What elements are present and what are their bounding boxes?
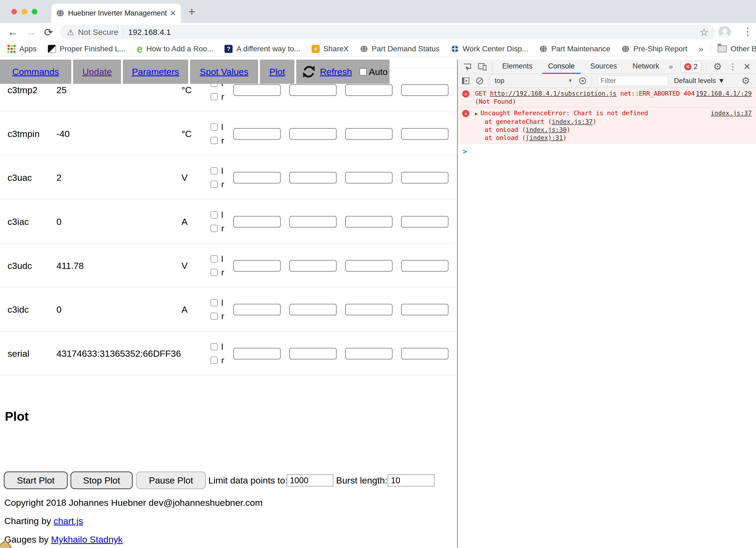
gauge-min-input[interactable] — [233, 348, 281, 359]
gauge-min-input[interactable] — [233, 304, 281, 315]
gauge-max-input[interactable] — [289, 216, 337, 228]
raw-checkbox[interactable] — [211, 269, 218, 276]
burst-length-input[interactable] — [388, 474, 434, 486]
gauge-low-input[interactable] — [345, 260, 393, 272]
browser-tab[interactable]: Huebner Inverter Management ✕ — [51, 3, 181, 23]
gauge-high-input[interactable] — [401, 128, 448, 140]
request-url-link[interactable]: http://192.168.4.1/subscription.js — [490, 90, 616, 97]
stack-location-link[interactable]: index.js:30 — [526, 126, 566, 133]
raw-checkbox[interactable] — [211, 312, 218, 320]
inspect-element-icon[interactable] — [463, 62, 472, 71]
gauge-high-input[interactable] — [401, 260, 448, 272]
gauge-min-input[interactable] — [233, 216, 281, 228]
log-checkbox[interactable] — [211, 211, 218, 219]
start-plot-button[interactable]: Start Plot — [4, 471, 68, 489]
raw-checkbox[interactable] — [211, 225, 218, 232]
address-bar[interactable]: ⚠ Not Secure 192.168.4.1 ☆ — [60, 25, 715, 40]
tab-sources[interactable]: Sources — [584, 60, 623, 74]
bookmark-item[interactable]: # ShareX — [312, 45, 348, 53]
clear-console-icon[interactable] — [476, 77, 483, 84]
gauge-low-input[interactable] — [345, 172, 393, 184]
gauge-low-input[interactable] — [345, 128, 393, 140]
devtools-menu-icon[interactable]: ⋮ — [728, 62, 737, 72]
url-text[interactable]: 192.168.4.1 — [128, 28, 700, 37]
gauge-low-input[interactable] — [345, 304, 393, 315]
close-window-button[interactable] — [11, 9, 17, 15]
tab-console[interactable]: Console — [542, 60, 581, 74]
nav-link-update[interactable]: Update — [82, 67, 112, 77]
stop-plot-button[interactable]: Stop Plot — [70, 471, 133, 489]
gauge-max-input[interactable] — [289, 84, 337, 96]
limit-data-points-input[interactable] — [287, 474, 333, 486]
tab-close-icon[interactable]: ✕ — [170, 9, 176, 18]
source-location-link[interactable]: 192.168.4.1/:29 — [696, 90, 752, 98]
minimize-window-button[interactable] — [22, 9, 27, 15]
devtools-close-icon[interactable]: ✕ — [743, 62, 751, 72]
log-levels-dropdown[interactable]: Default levels ▼ — [674, 77, 725, 85]
gauge-max-input[interactable] — [289, 128, 337, 140]
refresh-link[interactable]: Refresh — [320, 67, 352, 77]
console-filter-input[interactable] — [598, 76, 668, 86]
bookmark-item[interactable]: Proper Finished L... — [48, 45, 125, 53]
browser-menu-icon[interactable]: ⋮ — [743, 26, 753, 37]
console-error-message[interactable]: ✕ ▶Uncaught ReferenceError: Chart is not… — [458, 108, 756, 144]
stack-location-link[interactable]: (index):31 — [526, 134, 563, 141]
gauge-max-input[interactable] — [289, 304, 337, 315]
reload-icon[interactable]: ⟳ — [44, 26, 53, 38]
console-sidebar-icon[interactable] — [462, 77, 470, 85]
back-icon[interactable]: ← — [8, 26, 18, 38]
log-checkbox[interactable] — [211, 343, 218, 350]
gauge-high-input[interactable] — [401, 348, 448, 359]
nav-link-parameters[interactable]: Parameters — [132, 67, 179, 77]
raw-checkbox[interactable] — [211, 181, 218, 188]
chartjs-link[interactable]: chart.js — [54, 516, 83, 526]
raw-checkbox[interactable] — [211, 93, 218, 100]
bookmark-item[interactable]: Work Center Disp... — [451, 45, 528, 53]
gauge-low-input[interactable] — [345, 216, 393, 228]
console-settings-gear-icon[interactable]: ⚙ — [741, 75, 750, 87]
console-prompt-chevron[interactable]: > — [458, 144, 756, 156]
gauge-min-input[interactable] — [233, 172, 281, 184]
log-checkbox[interactable] — [211, 299, 218, 306]
gauge-low-input[interactable] — [345, 348, 393, 359]
apps-shortcut[interactable]: Apps — [8, 45, 37, 53]
gauge-min-input[interactable] — [233, 84, 281, 96]
gauge-high-input[interactable] — [401, 172, 448, 184]
gauge-max-input[interactable] — [289, 172, 337, 184]
tab-elements[interactable]: Elements — [496, 60, 539, 74]
execution-context-selector[interactable]: top ▼ — [495, 77, 573, 85]
bookmark-item[interactable]: Part Demand Status — [360, 45, 440, 53]
gauge-low-input[interactable] — [345, 84, 393, 96]
bookmarks-overflow-chevron-icon[interactable]: » — [699, 44, 704, 54]
gauge-min-input[interactable] — [233, 260, 281, 272]
nav-link-spot-values[interactable]: Spot Values — [200, 67, 248, 77]
tab-network[interactable]: Network — [627, 60, 665, 74]
not-secure-warning-icon[interactable]: ⚠ — [67, 28, 74, 37]
new-tab-button[interactable]: + — [188, 5, 195, 18]
profile-avatar[interactable] — [718, 26, 731, 38]
raw-checkbox[interactable] — [211, 137, 218, 144]
gauge-max-input[interactable] — [289, 348, 337, 359]
gauge-max-input[interactable] — [289, 260, 337, 272]
more-tabs-chevron-icon[interactable]: » — [669, 62, 673, 71]
stack-location-link[interactable]: index.js:37 — [552, 118, 593, 125]
console-error-message[interactable]: ✕ GET http://192.168.4.1/subscription.js… — [458, 88, 756, 108]
not-secure-label[interactable]: Not Secure — [78, 28, 118, 37]
bookmark-item[interactable]: e How to Add a Roo... — [137, 45, 213, 53]
nav-link-plot[interactable]: Plot — [269, 67, 285, 77]
refresh-arrows-icon[interactable] — [301, 64, 317, 80]
nav-link-commands[interactable]: Commands — [12, 67, 59, 77]
devtools-settings-gear-icon[interactable]: ⚙ — [713, 61, 722, 72]
auto-checkbox[interactable] — [359, 68, 367, 76]
live-expression-eye-icon[interactable] — [579, 77, 586, 84]
gauge-high-input[interactable] — [401, 216, 448, 228]
maximize-window-button[interactable] — [32, 9, 37, 15]
bookmark-item[interactable]: Pre-Ship Report — [622, 45, 687, 53]
device-toolbar-icon[interactable] — [478, 62, 487, 71]
log-checkbox[interactable] — [211, 167, 218, 174]
bookmark-item[interactable]: ? A different way to... — [224, 45, 300, 53]
bookmark-star-icon[interactable]: ☆ — [700, 26, 709, 38]
gauges-author-link[interactable]: Mykhailo Stadnyk — [51, 534, 123, 545]
bookmark-item[interactable]: Part Maintenance — [539, 45, 610, 53]
raw-checkbox[interactable] — [211, 356, 218, 364]
